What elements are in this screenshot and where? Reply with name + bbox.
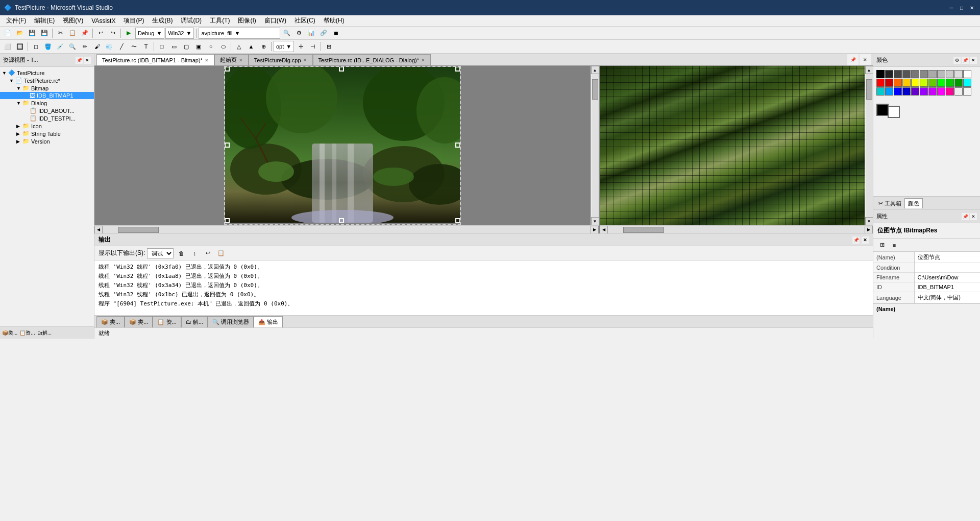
tree-idd-testpi[interactable]: 📋 IDD_TESTPI... [0,114,94,122]
color-pin[interactable]: 📌 [962,57,969,64]
prop-filename-value[interactable]: C:\Users\m\Dow [914,273,980,282]
color-swatch-gray6[interactable] [937,70,945,78]
stop-btn[interactable]: ⏹ [330,28,341,39]
color-swatch-ltgray[interactable] [954,87,963,96]
pixel-scroll-right[interactable]: ▶ [865,226,873,234]
menu-build[interactable]: 生成(B) [148,15,177,26]
tab-bitmap[interactable]: TestPicture.rc (IDB_BITMAP1 - Bitmap)* ✕ [96,54,214,65]
color-swatch-purple2[interactable] [920,87,928,96]
primary-color-swatch[interactable] [876,104,889,116]
ellipse-fill-btn[interactable]: ⬭ [217,41,229,52]
tab-dlg-cpp[interactable]: TestPictureDlg.cpp ✕ [249,54,313,65]
triangle-fill-btn[interactable]: ▲ [246,41,257,52]
color-swatch-green2[interactable] [937,79,945,87]
resource-tab-solution[interactable]: 🗂解... [37,329,52,337]
lasso-btn[interactable]: 🔲 [14,41,26,52]
bitmap-hscrollbar[interactable]: ◀ ▶ [94,225,599,233]
bitmap-scroll-thumb[interactable] [592,79,598,100]
color-swatch-black[interactable] [876,70,885,78]
pixel-scroll-htrack[interactable] [608,226,865,233]
cut-btn[interactable]: ✂ [55,28,66,39]
tree-root[interactable]: ▼ 🔷 TestPicture [0,69,94,77]
platform-dropdown[interactable]: Win32 ▼ [165,28,194,39]
prop-language-value[interactable]: 中文(简体，中国) [914,292,980,303]
prop-name-value[interactable]: 位图节点 [914,252,980,263]
search-btn[interactable]: 🔍 [281,28,292,39]
color-swatch-gray4[interactable] [920,70,928,78]
align-btn[interactable]: ⊣ [307,41,318,52]
color-swatch-cyan2[interactable] [876,87,885,96]
color-swatch-blue1[interactable] [885,87,893,96]
perf-btn[interactable]: 📊 [306,28,317,39]
color-swatch-green4[interactable] [954,79,963,87]
output-pin[interactable]: 📌 [852,236,860,244]
color-swatch-rose[interactable] [946,87,954,96]
eraser-btn[interactable]: ◻ [30,41,41,52]
tree-dialog-folder[interactable]: ▼ 📁 Dialog [0,99,94,107]
copy-btn[interactable]: 📋 [67,28,78,39]
tab-pin[interactable]: 📌 [847,54,859,65]
resource-close[interactable]: ✕ [84,57,91,64]
color-swatch-magenta[interactable] [928,87,937,96]
color-swatch-yellow1[interactable] [902,79,911,87]
bitmap-main[interactable] [94,66,591,225]
triangle-btn[interactable]: △ [233,41,244,52]
output-filter-select[interactable]: 调试 生成 [147,248,174,258]
pencil-btn[interactable]: ✏ [79,41,90,52]
bottom-tab-class1[interactable]: 📦 类... [96,316,125,327]
menu-tools[interactable]: 工具(T) [206,15,234,26]
more-btn[interactable]: ⊞ [323,41,334,52]
tab-close-all[interactable]: ✕ [860,54,871,65]
debug-config-dropdown[interactable]: Debug ▼ [135,28,164,39]
bottom-tab-class2[interactable]: 📦 类... [125,316,153,327]
color-swatch-red2[interactable] [885,79,893,87]
ellipse-btn[interactable]: ○ [205,41,216,52]
tree-idb-bitmap1[interactable]: 🖼 IDB_BITMAP1 [0,92,94,99]
rect-btn[interactable]: □ [156,41,167,52]
line-btn[interactable]: ╱ [116,41,127,52]
pixel-scroll-hthumb[interactable] [623,227,664,233]
tab-start-close[interactable]: ✕ [239,58,243,63]
color-swatch-white[interactable] [963,70,971,78]
save-btn[interactable]: 💾 [27,28,38,39]
output-word-wrap[interactable]: ↩ [202,248,213,259]
run-btn[interactable]: ▶ [123,28,134,39]
color-swatch-blue3[interactable] [902,87,911,96]
tree-bitmap-folder[interactable]: ▼ 📁 Bitmap [0,84,94,92]
bitmap-scroll-right[interactable]: ▶ [591,226,599,234]
undo-btn[interactable]: ↩ [95,28,106,39]
move-btn[interactable]: ✛ [295,41,306,52]
output-clear-btn[interactable]: 🗑 [176,248,187,259]
props-list-btn[interactable]: ≡ [889,240,900,251]
function-dropdown[interactable]: avpicture_fill ▼ [199,28,280,39]
tab-dialog[interactable]: TestPicture.rc (ID...E_DIALOG - Dialog)*… [313,54,431,65]
bitmap-scroll-htrack[interactable] [103,226,591,233]
color-swatch-purple1[interactable] [911,87,919,96]
bitmap-scroll-hthumb[interactable] [118,227,159,233]
tab-dialog-close[interactable]: ✕ [421,58,425,63]
brush-btn[interactable]: 🖌 [91,41,103,52]
fill-btn[interactable]: 🪣 [42,41,54,52]
tab-start[interactable]: 起始页 ✕ [214,54,249,65]
menu-vassistx[interactable]: VAssistX [87,16,119,26]
opt-dropdown[interactable]: opt ▼ [274,41,294,52]
bitmap-scroll-track[interactable] [592,74,599,217]
roundrect-btn[interactable]: ▢ [181,41,192,52]
pixel-vscrollbar[interactable]: ▲ ▼ [865,66,873,225]
tab-bitmap-close[interactable]: ✕ [205,58,209,63]
color-swatch-darkgray[interactable] [885,70,893,78]
menu-image[interactable]: 图像(I) [234,15,260,26]
curve-btn[interactable]: 〜 [128,41,139,52]
props-pin[interactable]: 📌 [962,213,969,220]
color-swatch-gray5[interactable] [928,70,937,78]
bitmap-scroll-left[interactable]: ◀ [94,226,103,234]
pixel-main[interactable] [600,66,865,225]
bottom-tab-resource[interactable]: 📋 资... [153,316,181,327]
pixel-hscrollbar[interactable]: ◀ ▶ [600,225,873,233]
rect-filled-btn[interactable]: ▭ [168,41,180,52]
prop-id-value[interactable]: IDB_BITMAP1 [914,282,980,292]
color-swatch-gray7[interactable] [946,70,954,78]
color-swatch-gray2[interactable] [902,70,911,78]
bitmap-scroll-up[interactable]: ▲ [591,66,599,74]
color-swatch-gray3[interactable] [911,70,919,78]
